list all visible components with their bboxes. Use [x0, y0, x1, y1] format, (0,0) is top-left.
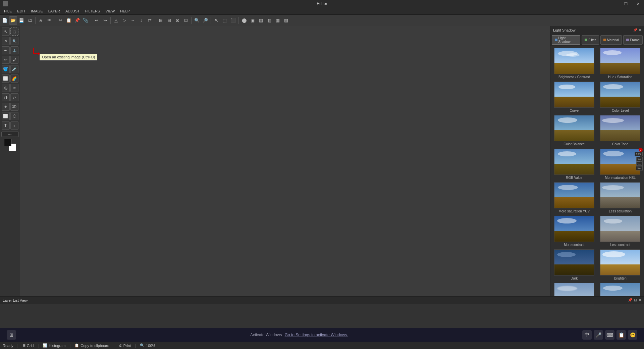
- foreground-color[interactable]: [4, 139, 11, 146]
- print-button[interactable]: 🖨: [37, 16, 45, 24]
- align-center-button[interactable]: ▣: [249, 16, 257, 24]
- paste-special-button[interactable]: 📎: [82, 16, 90, 24]
- line-tool[interactable]: ⬦: [10, 121, 18, 130]
- status-zoom-button[interactable]: 🔍 100%: [140, 343, 155, 348]
- align-bottom-button[interactable]: ▧: [282, 16, 290, 24]
- select-tool[interactable]: ↖: [2, 28, 10, 36]
- effect-item-dark[interactable]: Dark: [552, 249, 597, 281]
- open-file-button[interactable]: 📂: [9, 16, 17, 24]
- menu-view[interactable]: VIEW: [103, 8, 117, 14]
- blur-tool[interactable]: ◎: [2, 84, 10, 92]
- stamp-tool[interactable]: 🏷: [10, 93, 18, 101]
- eyedropper-tool[interactable]: 💉: [10, 65, 18, 73]
- rotate-tool[interactable]: ↻: [2, 37, 10, 45]
- menu-layer[interactable]: LAYER: [46, 8, 63, 14]
- layer-panel-pin[interactable]: 📌: [628, 298, 633, 302]
- eraser-tool[interactable]: ⬜: [2, 74, 10, 83]
- dodge-tool[interactable]: ◑: [2, 93, 10, 101]
- canvas-area[interactable]: Open an existing image (Ctrl+O): [20, 26, 550, 296]
- close-button[interactable]: ✕: [632, 0, 644, 7]
- pen-tool[interactable]: ✒: [2, 46, 10, 54]
- effect-item-brighten[interactable]: Brighten: [598, 249, 643, 281]
- flip-h-button[interactable]: ↔: [129, 16, 137, 24]
- align-left-button[interactable]: ⬤: [240, 16, 248, 24]
- ellipse-tool[interactable]: ⬡: [10, 112, 18, 120]
- restore-button[interactable]: ❐: [620, 0, 632, 7]
- tab-material[interactable]: Material: [600, 35, 622, 45]
- effect-item-morecontrast[interactable]: More contrast: [552, 215, 597, 247]
- align-top-button[interactable]: ▥: [265, 16, 273, 24]
- zoom-in-button[interactable]: 🔍: [193, 16, 201, 24]
- rect-shape-tool[interactable]: ⬜: [2, 112, 10, 120]
- effect-item-curve[interactable]: Curve: [552, 81, 597, 113]
- effect-item-colortone[interactable]: Color Tone: [598, 114, 643, 147]
- effect-item-moresathsl[interactable]: 2 69% 0.0 0.0 K/s More saturation HSL: [598, 148, 643, 180]
- anchor-tool[interactable]: ⚓: [10, 46, 18, 54]
- recent-colors[interactable]: ····: [1, 132, 19, 137]
- effect-item-brightness[interactable]: Brightness / Contrast: [552, 47, 597, 80]
- effect-item-moresatyuv[interactable]: More saturation YUV: [552, 182, 597, 214]
- undo-button[interactable]: ↩: [93, 16, 101, 24]
- effect-item-lesscontrast[interactable]: Less contrast: [598, 215, 643, 247]
- panel-header-controls: 📌 ✕: [633, 28, 641, 32]
- warp-button[interactable]: ⇄: [146, 16, 154, 24]
- effect-item-soften[interactable]: Soften: [552, 282, 597, 296]
- layer-panel-float[interactable]: ⊡: [634, 298, 637, 302]
- print-preview-button[interactable]: 👁: [45, 16, 53, 24]
- grid-toggle-button[interactable]: ⊞: [157, 16, 165, 24]
- gradient-tool[interactable]: 🌈: [10, 74, 18, 83]
- save-as-button[interactable]: 🗂: [26, 16, 34, 24]
- 3d-tool[interactable]: 3D: [10, 103, 18, 111]
- menu-image[interactable]: IMAGE: [28, 8, 45, 14]
- layer-panel-close[interactable]: ✕: [638, 298, 641, 302]
- snap-grid-button[interactable]: ⊟: [165, 16, 173, 24]
- zoom-out-button[interactable]: 🔎: [201, 16, 209, 24]
- snap-edge-button[interactable]: ⊡: [182, 16, 190, 24]
- rect-select-tool[interactable]: ⬚: [10, 28, 18, 36]
- align-right-button[interactable]: ▤: [257, 16, 265, 24]
- effect-item-lesssaturation[interactable]: Less saturation: [598, 182, 643, 214]
- effect-item-extra1[interactable]: ...: [598, 282, 643, 296]
- status-copy-button[interactable]: 📋 Copy to clipboard: [74, 343, 109, 348]
- align-middle-button[interactable]: ▦: [274, 16, 282, 24]
- color-swatch[interactable]: [4, 139, 16, 151]
- save-button[interactable]: 💾: [17, 16, 25, 24]
- free-transform-button[interactable]: ⬚: [221, 16, 229, 24]
- edit-nodes-button[interactable]: ⬛: [229, 16, 237, 24]
- effect-item-colorbalance[interactable]: Color Balance: [552, 114, 597, 147]
- new-file-button[interactable]: 📄: [1, 16, 9, 24]
- status-grid-button[interactable]: ⊞ Grid: [22, 343, 34, 348]
- panel-close-button[interactable]: ✕: [639, 28, 641, 32]
- panel-pin-button[interactable]: 📌: [633, 28, 637, 32]
- tab-filter[interactable]: Filter: [582, 35, 599, 45]
- effect-item-colorlevel[interactable]: Color Level: [598, 81, 643, 113]
- tab-light-shadow[interactable]: Light Shadow: [552, 35, 580, 45]
- cut-button[interactable]: ✂: [56, 16, 64, 24]
- snap-center-button[interactable]: ⊠: [173, 16, 181, 24]
- menu-file[interactable]: FILE: [1, 8, 14, 14]
- copy-button[interactable]: 📋: [65, 16, 73, 24]
- transform-button[interactable]: △: [112, 16, 120, 24]
- menu-edit[interactable]: EDIT: [14, 8, 28, 14]
- heal-tool[interactable]: ✚: [2, 103, 10, 111]
- menu-help[interactable]: HELP: [117, 8, 132, 14]
- menu-filters[interactable]: FILTERS: [83, 8, 103, 14]
- minimize-button[interactable]: ─: [608, 0, 620, 7]
- brush-tool[interactable]: 🖌: [10, 56, 18, 64]
- tab-frame[interactable]: Frame: [623, 35, 643, 45]
- effect-item-hue[interactable]: Hue / Saturation: [598, 47, 643, 80]
- smudge-tool[interactable]: ≋: [10, 84, 18, 92]
- paste-button[interactable]: 📌: [73, 16, 81, 24]
- effect-item-rgbvalue[interactable]: RGB Value: [552, 148, 597, 180]
- pencil-tool[interactable]: ✏: [2, 56, 10, 64]
- zoom-tool[interactable]: 🔍: [10, 37, 18, 45]
- status-histogram-button[interactable]: 📊 Histogram: [43, 343, 65, 348]
- cursor-button[interactable]: ↖: [212, 16, 220, 24]
- flip-v-button[interactable]: ↕: [137, 16, 145, 24]
- paint-bucket-tool[interactable]: 🪣: [2, 65, 10, 73]
- status-print-button[interactable]: 🖨 Print: [118, 344, 131, 348]
- rotate-button[interactable]: ▷: [120, 16, 128, 24]
- text-tool[interactable]: T: [2, 121, 10, 130]
- redo-button[interactable]: ↪: [101, 16, 109, 24]
- menu-adjust[interactable]: ADJUST: [63, 8, 83, 14]
